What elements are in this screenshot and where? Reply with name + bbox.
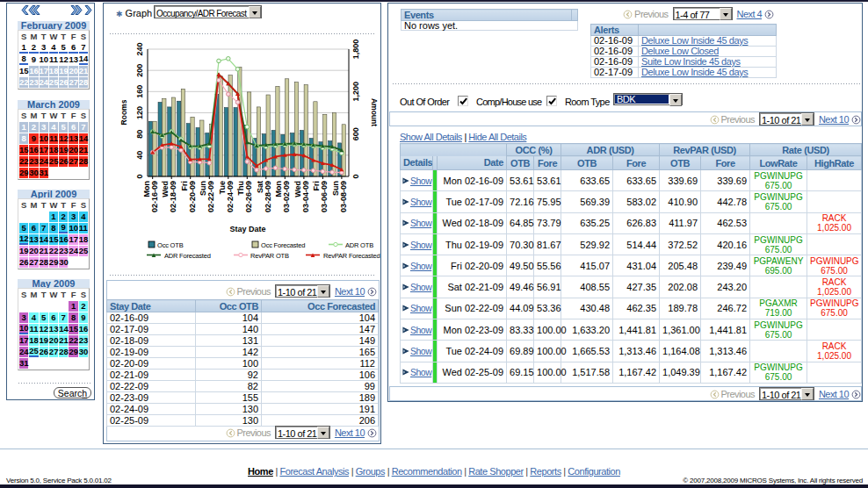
svg-text:Thu02-26-09: Thu02-26-09 <box>236 181 253 212</box>
svg-text:1,200: 1,200 <box>351 82 360 102</box>
svg-text:40: 40 <box>135 151 144 160</box>
svg-text:ADR OTB: ADR OTB <box>345 241 373 249</box>
svg-text:Stay Date: Stay Date <box>229 225 265 233</box>
svg-text:120: 120 <box>135 106 144 119</box>
svg-text:Wed03-04-09: Wed03-04-09 <box>293 181 310 212</box>
svg-text:RevPAR OTB: RevPAR OTB <box>250 252 289 260</box>
svg-text:160: 160 <box>135 85 144 98</box>
svg-text:1,800: 1,800 <box>351 39 360 60</box>
svg-text:200: 200 <box>135 64 144 77</box>
svg-text:0: 0 <box>351 174 360 178</box>
svg-text:Fri03-06-09: Fri03-06-09 <box>312 181 329 212</box>
svg-text:Amount: Amount <box>370 98 379 126</box>
svg-text:Wed02-18-09: Wed02-18-09 <box>161 181 177 212</box>
svg-text:ADR Forecasted: ADR Forecasted <box>164 252 211 260</box>
svg-text:RevPAR Forecasted: RevPAR Forecasted <box>323 252 380 260</box>
svg-text:Sun03-08-09: Sun03-08-09 <box>331 181 348 212</box>
svg-text:600: 600 <box>351 127 360 140</box>
svg-text:240: 240 <box>135 42 144 55</box>
svg-text:Sun02-22-09: Sun02-22-09 <box>199 181 215 212</box>
svg-text:Rooms: Rooms <box>119 99 128 125</box>
svg-text:Tue02-24-09: Tue02-24-09 <box>218 181 235 212</box>
svg-text:Fri02-20-09: Fri02-20-09 <box>180 181 197 212</box>
svg-text:Sat02-28-09: Sat02-28-09 <box>256 181 272 212</box>
svg-text:80: 80 <box>135 130 144 139</box>
svg-text:0: 0 <box>135 174 144 178</box>
svg-text:Mon03-02-09: Mon03-02-09 <box>274 181 291 212</box>
svg-text:Occ OTB: Occ OTB <box>157 241 184 249</box>
svg-text:Mon02-16-09: Mon02-16-09 <box>142 181 159 212</box>
svg-text:Occ Forecasted: Occ Forecasted <box>261 241 305 249</box>
